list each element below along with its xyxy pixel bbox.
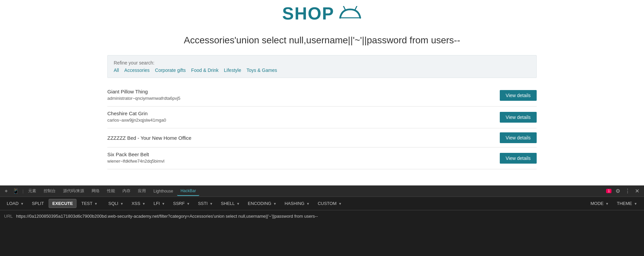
- view-details-button[interactable]: View details: [500, 112, 537, 123]
- shop-title: SHOP: [282, 3, 362, 24]
- filter-accessories[interactable]: Accessories: [124, 68, 150, 73]
- table-row: Cheshire Cat Grin carlos~axw9jjn2xqjslw4…: [107, 106, 537, 128]
- product-name: Giant Pillow Thing: [107, 89, 180, 94]
- shop-header: SHOP: [0, 0, 644, 30]
- shop-icon: [338, 6, 362, 21]
- svg-line-1: [343, 6, 345, 9]
- product-subtitle: administrator~qnciymwmwafrdta6pvj5: [107, 94, 180, 102]
- product-name: Six Pack Beer Belt: [107, 152, 164, 157]
- view-details-button[interactable]: View details: [500, 153, 537, 164]
- product-info: Cheshire Cat Grin carlos~axw9jjn2xqjslw4…: [107, 111, 166, 124]
- product-subtitle: wiener~lfdklfwe74n2dq5bimvl: [107, 157, 164, 165]
- product-info: Six Pack Beer Belt wiener~lfdklfwe74n2dq…: [107, 152, 164, 165]
- table-row: ZZZZZZ Bed - Your New Home Office View d…: [107, 128, 537, 147]
- product-subtitle: carlos~axw9jjn2xqjslw41mga0: [107, 116, 166, 124]
- table-row: Six Pack Beer Belt wiener~lfdklfwe74n2dq…: [107, 147, 537, 169]
- view-details-button[interactable]: View details: [500, 90, 537, 101]
- search-refine: Refine your search: All Accessories Corp…: [107, 55, 537, 78]
- svg-line-2: [355, 6, 357, 9]
- filter-all[interactable]: All: [114, 68, 119, 73]
- products-table: Giant Pillow Thing administrator~qnciymw…: [107, 85, 537, 169]
- product-info: ZZZZZZ Bed - Your New Home Office: [107, 135, 192, 141]
- view-details-button[interactable]: View details: [500, 132, 537, 143]
- filter-toys-games[interactable]: Toys & Games: [247, 68, 277, 73]
- filter-corporate-gifts[interactable]: Corporate gifts: [155, 68, 186, 73]
- table-row: Giant Pillow Thing administrator~qnciymw…: [107, 85, 537, 106]
- product-name: Cheshire Cat Grin: [107, 111, 166, 116]
- refine-links: All Accessories Corporate gifts Food & D…: [114, 68, 530, 73]
- shop-title-text: SHOP: [282, 3, 334, 24]
- filter-lifestyle[interactable]: Lifestyle: [224, 68, 241, 73]
- refine-label: Refine your search:: [114, 60, 530, 66]
- product-name: ZZZZZZ Bed - Your New Home Office: [107, 135, 192, 141]
- filter-food-drink[interactable]: Food & Drink: [191, 68, 219, 73]
- page-heading: Accessories'union select null,username||…: [0, 34, 644, 47]
- main-content: SHOP Accessories'union select null,usern…: [0, 0, 644, 176]
- product-info: Giant Pillow Thing administrator~qnciymw…: [107, 89, 180, 102]
